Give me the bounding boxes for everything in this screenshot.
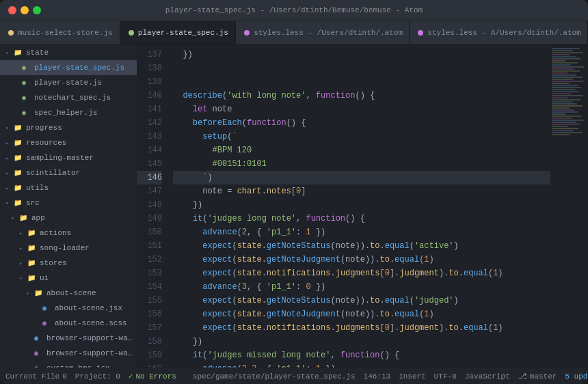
- folder-icon: 📁: [14, 139, 23, 147]
- status-git-branch[interactable]: ⎇ master: [518, 372, 557, 381]
- status-errors[interactable]: ✓ No Errors: [129, 372, 176, 381]
- code-line: it('judges missed long note', function()…: [173, 348, 550, 362]
- folder-label: progress: [26, 124, 62, 132]
- file-label: player-state_spec.js: [34, 64, 124, 72]
- branch-label: master: [530, 372, 557, 381]
- tree-file-browser-support-1[interactable]: ◉ browser-support-warning-...: [0, 331, 137, 346]
- tab-label: music-select-store.js: [18, 29, 113, 37]
- folder-icon: 📁: [14, 49, 23, 57]
- code-line: advance(2.3, { 'p1_1': 1 }): [173, 362, 550, 368]
- tree-folder-src[interactable]: ▾ 📁 src: [0, 195, 137, 210]
- tree-file-spec-helper[interactable]: ◉ spec_helper.js: [0, 105, 137, 120]
- status-value: 0: [62, 372, 67, 381]
- tree-folder-song-loader[interactable]: ▸ 📁 song-loader: [0, 241, 137, 256]
- code-line: [173, 75, 550, 89]
- status-label: No Errors: [135, 372, 176, 381]
- tree-folder-ui[interactable]: ▾ 📁 ui: [0, 271, 137, 286]
- folder-label: song-loader: [40, 244, 90, 252]
- status-insert-mode[interactable]: Insert: [399, 372, 426, 381]
- minimize-button[interactable]: [21, 6, 29, 14]
- folder-label: actions: [40, 229, 71, 237]
- tree-folder-actions[interactable]: ▸ 📁 actions: [0, 225, 137, 241]
- tab-label: styles.less - A/Users/dtinth/.atom: [427, 29, 580, 37]
- status-project[interactable]: Project: 0: [75, 372, 120, 381]
- file-icon: ◉: [34, 349, 44, 357]
- status-bar: Current File 0 Project: 0 ✓ No Errors sp…: [0, 368, 588, 384]
- traffic-lights: [8, 6, 41, 14]
- code-line: note = chart.notes[0]: [173, 184, 550, 198]
- status-encoding[interactable]: UTF-8: [434, 372, 457, 381]
- maximize-button[interactable]: [33, 6, 41, 14]
- tab-label: styles.less - /Users/dtinth/.atom: [254, 29, 403, 37]
- code-line: expect(state.getNoteJudgment(note)).to.e…: [173, 253, 550, 266]
- file-label: player-state.js: [34, 79, 102, 87]
- tree-folder-utils[interactable]: ▸ 📁 utils: [0, 180, 137, 195]
- folder-icon: 📁: [14, 154, 23, 162]
- tree-folder-stores[interactable]: ▸ 📁 stores: [0, 256, 137, 271]
- tree-file-player-state-spec[interactable]: ◉ player-state_spec.js: [0, 60, 137, 75]
- code-line: let note: [173, 102, 550, 116]
- tab-styles-less-1[interactable]: styles.less - /Users/dtinth/.atom: [236, 21, 410, 44]
- tab-icon: [8, 30, 14, 36]
- editor[interactable]: 137 138 139 140 141 142 143 144 145 146 …: [137, 45, 588, 368]
- file-icon: ◉: [22, 64, 31, 72]
- code-line: }): [173, 198, 550, 212]
- language-label: JavaScript: [465, 372, 510, 381]
- file-tree[interactable]: ▾ 📁 state ◉ player-state_spec.js ◉ playe…: [0, 45, 137, 368]
- tab-bar: music-select-store.js player-state_spec.…: [0, 20, 588, 45]
- code-line: describe('with long note', function() {: [173, 89, 550, 102]
- status-current-file[interactable]: Current File 0: [5, 372, 67, 381]
- code-line: expect(state.getNoteStatus(note)).to.equ…: [173, 239, 550, 253]
- folder-icon: 📁: [14, 199, 23, 207]
- tree-folder-app[interactable]: ▾ 📁 app: [0, 210, 137, 225]
- insert-label: Insert: [399, 372, 426, 381]
- status-label: Project: 0: [75, 372, 120, 381]
- status-language[interactable]: JavaScript: [465, 372, 510, 381]
- close-button[interactable]: [8, 6, 16, 14]
- tree-file-about-scene-jsx[interactable]: ◉ about-scene.jsx: [0, 301, 137, 316]
- tree-file-browser-support-2[interactable]: ◉ browser-support-warning-...: [0, 346, 137, 361]
- folder-icon: 📁: [27, 259, 37, 267]
- tree-folder-scintillator[interactable]: ▸ 📁 scintillator: [0, 165, 137, 180]
- check-icon: ✓: [129, 372, 133, 381]
- updates-label: 5 updates: [565, 372, 588, 381]
- tab-styles-less-2[interactable]: styles.less - A/Users/dtinth/.atom: [410, 21, 588, 44]
- title-bar: player-state_spec.js - /Users/dtinth/Bem…: [0, 0, 588, 20]
- folder-label: src: [26, 199, 40, 207]
- tree-folder-resources[interactable]: ▸ 📁 resources: [0, 135, 137, 150]
- tree-file-about-scene-scss[interactable]: ◉ about-scene.scss: [0, 316, 137, 331]
- folder-icon: 📁: [34, 289, 44, 297]
- tab-music-select-store[interactable]: music-select-store.js: [0, 21, 120, 44]
- tab-label: player-state_spec.js: [138, 29, 228, 37]
- file-label: about-scene.scss: [55, 319, 127, 327]
- code-line: expect(state.getNoteStatus(note)).to.equ…: [173, 294, 550, 307]
- folder-icon: 📁: [19, 214, 29, 222]
- tree-folder-progress[interactable]: ▾ 📁 progress: [0, 120, 137, 135]
- code-line: beforeEach(function() {: [173, 116, 550, 130]
- git-icon: ⎇: [518, 372, 527, 381]
- code-line-current: `): [173, 171, 550, 184]
- file-icon: ◉: [34, 334, 44, 342]
- tab-player-state-spec[interactable]: player-state_spec.js: [120, 21, 236, 44]
- folder-label: scintillator: [26, 169, 80, 177]
- folder-icon: 📁: [14, 124, 23, 132]
- tree-folder-state[interactable]: ▾ 📁 state: [0, 45, 137, 60]
- file-label: spec_helper.js: [34, 109, 97, 117]
- file-label: notechart_spec.js: [34, 94, 111, 102]
- status-updates[interactable]: 5 updates: [565, 372, 588, 381]
- tree-folder-sampling[interactable]: ▸ 📁 sampling-master: [0, 150, 137, 165]
- code-editor[interactable]: }) describe('with long note', function()…: [168, 45, 550, 368]
- code-line: }): [173, 335, 550, 348]
- status-label: Current File: [5, 372, 59, 381]
- tree-file-player-state[interactable]: ◉ player-state.js: [0, 75, 137, 90]
- code-line: #BPM 120: [173, 143, 550, 157]
- tree-folder-about-scene[interactable]: ▾ 📁 about-scene: [0, 286, 137, 301]
- status-filepath: spec/game/state/player-state_spec.js: [193, 372, 356, 381]
- tab-icon: [129, 30, 134, 36]
- file-icon: ◉: [22, 79, 31, 87]
- folder-label: ui: [40, 274, 49, 282]
- folder-icon: 📁: [27, 229, 37, 237]
- tree-file-custom-bms-jsx[interactable]: ◉ custom-bms.jsx: [0, 361, 137, 368]
- encoding-label: UTF-8: [434, 372, 457, 381]
- tree-file-notechart[interactable]: ◉ notechart_spec.js: [0, 90, 137, 105]
